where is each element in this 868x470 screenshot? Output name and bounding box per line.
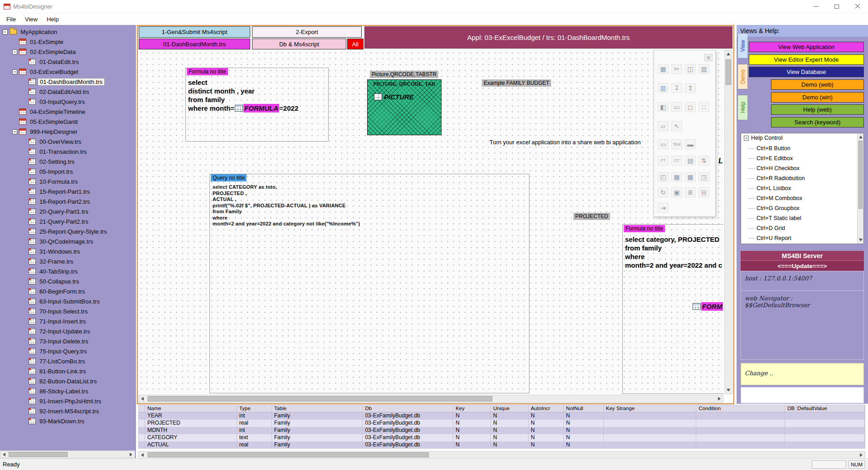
view-database-button[interactable]: View Database (749, 67, 864, 77)
column-header-key-strange[interactable]: Key Strange (604, 405, 697, 412)
tree-item-71-input-insert-trs[interactable]: 71-Input-Insert.trs (0, 316, 136, 326)
pin-vertical-tool-icon[interactable]: ↧ (671, 83, 682, 93)
tree-item-81-button-link-trs[interactable]: 81-Button-Link.trs (0, 366, 136, 376)
table-hscroll-thumb[interactable] (148, 452, 429, 457)
picture-element[interactable]: PICTURE, QRCODE, TAB PICTURE (367, 79, 441, 135)
formula-1-text[interactable]: select distinct month , year from family (188, 78, 255, 104)
exit-tool-icon[interactable]: ⇥ (658, 203, 669, 213)
clipboard-tool-icon[interactable]: ▱ (658, 121, 669, 131)
close-button[interactable] (847, 0, 868, 13)
sidebar-horizontal-scrollbar[interactable] (0, 450, 135, 458)
help-item-ctrl-d-grid[interactable]: Ctrl+D Grid (741, 223, 857, 233)
canvas-vscroll-thumb[interactable] (726, 59, 731, 85)
help-item-ctrl-e-editbox[interactable]: Ctrl+E Editbox (741, 153, 857, 163)
column-header-gutter[interactable] (139, 405, 145, 412)
tree-item-01-dataedit-trs[interactable]: 01-DataEdit.trs (0, 57, 136, 67)
help-item-ctrl-l-listbox[interactable]: Ctrl+L Listbox (741, 183, 857, 193)
tree-item-999-helpdesigner[interactable]: 999-HelpDesigner (0, 127, 136, 137)
database-tool-icon[interactable]: ⊟ (698, 187, 709, 197)
rectangle-tool-icon[interactable]: ▭ (671, 102, 682, 112)
column-header-condition[interactable]: Condition (696, 405, 785, 412)
table-horizontal-scrollbar[interactable] (138, 451, 865, 459)
dot-grid-tool-icon[interactable]: ∷ (698, 102, 709, 112)
tree-item-20-query-part1-trs[interactable]: 20-Query-Part1.trs (0, 206, 136, 216)
help-item-ctrl-t-static-label[interactable]: Ctrl+T Static label (741, 213, 857, 223)
search-keyword-button[interactable]: Search (keyword) (771, 117, 864, 127)
tree-item-86-sticky-label-trs[interactable]: 86-Sticky-Label.trs (0, 386, 136, 396)
tree-item-82-button-datalist-trs[interactable]: 82-Button-DataList.trs (0, 376, 136, 386)
column-header-table[interactable]: Table (272, 405, 363, 412)
checkbox-group-tool-icon[interactable]: CT (671, 156, 682, 166)
grid-tool-icon[interactable]: ▦ (685, 172, 696, 182)
formula-2-text[interactable]: select category, PROJECTED from family w… (625, 235, 723, 269)
menu-view[interactable]: View (20, 15, 42, 24)
vtab-help[interactable]: Help (737, 95, 747, 120)
help-item-ctrl-b-button[interactable]: Ctrl+B Button (741, 143, 857, 153)
view-web-application-button[interactable]: View Web Application (749, 42, 864, 52)
palette-close-button[interactable] (704, 54, 713, 61)
column-header-db[interactable]: Db (363, 405, 453, 412)
tree-item-myapplication[interactable]: MyApplication (0, 27, 136, 37)
static-label-tool-icon[interactable]: Test (671, 139, 682, 149)
server-update-button[interactable]: <===Update===> (741, 260, 864, 271)
projected-label[interactable]: PROJECTED (573, 213, 610, 220)
tree-expander-icon[interactable] (12, 69, 17, 74)
tabstrip-tool-icon[interactable]: ◰ (658, 172, 669, 182)
editbox-tool-icon[interactable]: ▭ (658, 139, 669, 149)
tagline-text[interactable]: Turn your excel application into a share… (490, 139, 640, 146)
tree-item-93-markdown-trs[interactable]: 93-MarkDown.trs (0, 416, 136, 426)
view-editor-expert-mode-button[interactable]: View Editor Expert Mode (749, 54, 864, 65)
table-row[interactable]: MONTHintFamily03-ExFamilyBudget.dbNNNN (139, 427, 865, 434)
column-header-type[interactable]: Type (237, 405, 272, 412)
help-item-ctrl-r-radiobutton[interactable]: Ctrl+R Radiobutton (741, 173, 857, 183)
tree-item-15-report-part1-trs[interactable]: 15-Report-Part1.trs (0, 186, 136, 196)
formula-1-where-row[interactable]: where month= FORMULA =2022 (188, 104, 298, 113)
query-label[interactable]: Query no title (211, 174, 247, 181)
canvas-hscroll-thumb[interactable] (148, 396, 492, 401)
canvas-vertical-scrollbar[interactable] (724, 50, 732, 394)
tree-item-63-input-submitbox-trs[interactable]: 63-Input-SubmitBox.trs (0, 296, 136, 306)
tree-item-03-exexcelbudget[interactable]: 03-ExExcelBudget (0, 67, 136, 77)
frame-tool-icon[interactable]: ◳ (698, 172, 709, 182)
tree-item-40-tabstrip-trs[interactable]: 40-TabStrip.trs (0, 266, 136, 276)
sidebar-scroll-thumb[interactable] (9, 452, 68, 457)
print-tool-icon[interactable]: ▥ (658, 83, 669, 93)
query-sql-text[interactable]: select CATEGORY as toto, PROJECTED , ACT… (213, 184, 362, 227)
picture-element-label[interactable]: Picture,QRCODE,TABSTR (370, 71, 438, 78)
tree-expander-icon[interactable] (3, 29, 8, 34)
formula-2-label[interactable]: Formula no title (624, 225, 665, 232)
table-tool-icon[interactable]: ▦ (671, 172, 682, 182)
tree-item-04-exsimpletimeline[interactable]: 04-ExSimpleTimeline (0, 107, 136, 117)
cut-tool-icon[interactable]: ✂ (671, 64, 682, 74)
tree-item-02-dataeditadd-trs[interactable]: 02-DataEditAdd.trs (0, 87, 136, 97)
column-header-key[interactable]: Key (453, 405, 491, 412)
dashed-rectangle-tool-icon[interactable]: ◻ (685, 102, 696, 112)
tree-item-31-windows-trs[interactable]: 31-Windows.trs (0, 246, 136, 256)
help-control-root[interactable]: Help Control (741, 133, 863, 142)
copy-tool-icon[interactable]: ◫ (685, 64, 696, 74)
canvas-horizontal-scrollbar[interactable] (138, 395, 723, 403)
tree-item-01-transaction-trs[interactable]: 01-Transaction.trs (0, 147, 136, 157)
menu-help[interactable]: Help (42, 15, 63, 24)
radio-group-tool-icon[interactable]: ΓT (658, 156, 669, 166)
column-header-unique[interactable]: Unique (491, 405, 529, 412)
tree-item-03-inputquery-trs[interactable]: 03-InputQuery.trs (0, 97, 136, 107)
demo-win-button[interactable]: Demo (win) (771, 92, 864, 103)
column-header-name[interactable]: Name (145, 405, 237, 412)
demo-web-button[interactable]: Demo (web) (771, 79, 864, 90)
table-row[interactable]: ACTUALrealFamily03-ExFamilyBudget.dbNNNN (139, 441, 865, 449)
help-item-ctrl-g-groupbox[interactable]: Ctrl+G Groupbox (741, 203, 857, 213)
tree-item-75-input-query-trs[interactable]: 75-Input-Query.trs (0, 346, 136, 356)
tree-item-32-frame-trs[interactable]: 32-Frame.trs (0, 256, 136, 266)
tree-item-01-exsimple[interactable]: 01-ExSimple (0, 37, 136, 47)
help-item-ctrl-m-combobox[interactable]: Ctrl+M Combobox (741, 193, 857, 203)
minimize-button[interactable] (805, 0, 826, 13)
tree-item-72-input-update-trs[interactable]: 72-Input-Update.trs (0, 326, 136, 336)
loop-tool-icon[interactable]: ↻ (658, 187, 669, 197)
button-tool-icon[interactable]: ▬ (685, 139, 696, 149)
vtab-demo[interactable]: Demo (737, 64, 747, 89)
paste-tool-icon[interactable]: ▨ (698, 64, 709, 74)
column-header-notnull[interactable]: NotNull (564, 405, 604, 412)
report-tool-icon[interactable]: ≣ (685, 187, 696, 197)
column-header-autoincr[interactable]: AutoIncr (529, 405, 564, 412)
